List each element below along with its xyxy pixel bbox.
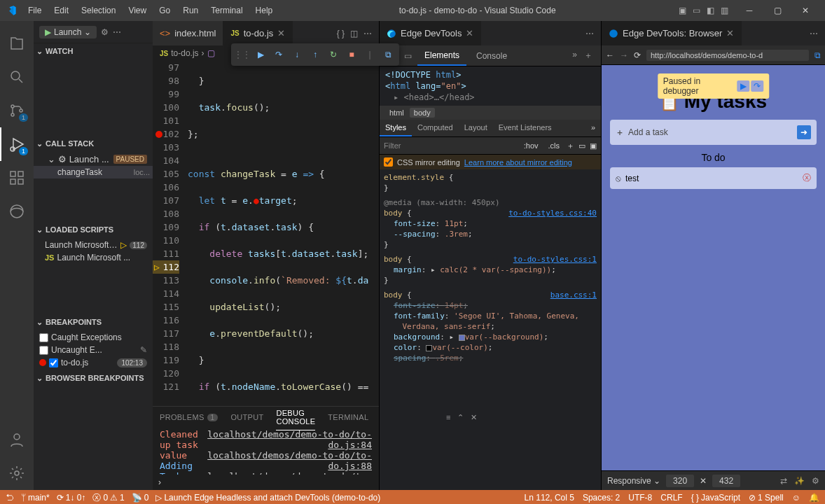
- terminal-tab[interactable]: TERMINAL: [328, 409, 368, 426]
- emulate-icon[interactable]: ✨: [794, 476, 805, 486]
- close-tab-icon[interactable]: ✕: [277, 28, 285, 38]
- bp-caught-exceptions[interactable]: Caught Exceptions: [34, 331, 153, 344]
- step-out-button[interactable]: ↑: [307, 46, 324, 63]
- bp-uncaught-exceptions[interactable]: Uncaught E...✎: [34, 344, 153, 356]
- source-link[interactable]: localhost/demos/demo-to-do/to-do.js:84: [198, 429, 372, 450]
- add-tab-icon[interactable]: ＋: [584, 50, 592, 62]
- script-row[interactable]: Launch Microsoft Edg... ▷ 112: [34, 239, 153, 251]
- toggle-render-icon[interactable]: ▣: [590, 141, 597, 150]
- reload-button[interactable]: ⟳: [634, 50, 641, 60]
- language-mode[interactable]: { } JavaScript: [691, 493, 740, 503]
- braces-icon[interactable]: { }: [337, 29, 345, 38]
- search-icon[interactable]: [0, 60, 34, 94]
- toggle-primary-sidebar-icon[interactable]: ▣: [677, 5, 688, 16]
- forward-button[interactable]: →: [620, 50, 628, 60]
- debug-console-tab[interactable]: DEBUG CONSOLE: [276, 405, 315, 430]
- menu-run[interactable]: Run: [177, 3, 204, 18]
- menu-go[interactable]: Go: [153, 3, 176, 18]
- rotate-icon[interactable]: ⇄: [780, 476, 787, 486]
- source-control-icon[interactable]: 1: [0, 94, 34, 127]
- run-debug-icon[interactable]: 1: [0, 127, 34, 161]
- menu-selection[interactable]: Selection: [76, 3, 121, 18]
- styles-tab[interactable]: Styles: [380, 120, 412, 136]
- dom-breadcrumbs[interactable]: html body: [380, 106, 601, 120]
- collapse-panel-icon[interactable]: ⌃: [457, 413, 464, 422]
- checkbox[interactable]: [39, 346, 48, 355]
- script-row[interactable]: JS Launch Microsoft ...: [34, 251, 153, 264]
- height-input[interactable]: 432: [712, 475, 740, 487]
- close-tab-icon[interactable]: ✕: [726, 28, 734, 38]
- accounts-icon[interactable]: [0, 423, 34, 456]
- maximize-button[interactable]: ▢: [763, 0, 791, 21]
- callstack-section[interactable]: ⌄CALL STACK: [34, 136, 153, 151]
- problems-indicator[interactable]: ⓧ 0 ⚠ 1: [92, 492, 124, 504]
- code-content[interactable]: } task.focus(); }; const changeTask = e …: [188, 61, 379, 406]
- menu-file[interactable]: File: [22, 3, 47, 18]
- tab-to-do-js[interactable]: JSto-do.js✕: [223, 21, 293, 46]
- close-button[interactable]: ✕: [791, 0, 819, 21]
- loaded-scripts-section[interactable]: ⌄LOADED SCRIPTS: [34, 222, 153, 237]
- indent[interactable]: Spaces: 2: [583, 493, 620, 503]
- more-icon[interactable]: ⋯: [585, 29, 594, 38]
- more-tabs-icon[interactable]: »: [572, 50, 577, 62]
- device-toggle-icon[interactable]: ▭: [401, 49, 415, 63]
- feedback-icon[interactable]: ☺: [792, 493, 800, 503]
- edit-icon[interactable]: ✎: [140, 345, 147, 355]
- settings-icon[interactable]: [0, 456, 34, 490]
- resume-icon[interactable]: ▶: [737, 80, 749, 92]
- hov-toggle[interactable]: :hov: [521, 140, 541, 151]
- mirror-learn-more-link[interactable]: Learn more about mirror editing: [464, 158, 572, 167]
- customize-layout-icon[interactable]: ▥: [719, 5, 730, 16]
- tab-edge-devtools[interactable]: Edge DevTools✕: [380, 21, 481, 46]
- restart-button[interactable]: ↻: [325, 46, 342, 63]
- computed-tab[interactable]: Computed: [412, 120, 459, 136]
- more-icon[interactable]: ⋯: [810, 29, 818, 38]
- notifications-icon[interactable]: 🔔: [809, 493, 819, 503]
- ports-indicator[interactable]: 📡 0: [132, 493, 149, 503]
- width-input[interactable]: 320: [666, 475, 694, 487]
- mirror-checkbox[interactable]: [384, 158, 393, 167]
- step-into-button[interactable]: ↓: [289, 46, 305, 63]
- styles-filter-input[interactable]: Filter: [384, 141, 517, 150]
- git-branch[interactable]: ᛘ main*: [21, 493, 50, 503]
- callstack-frame[interactable]: changeTask loc...: [34, 166, 153, 178]
- device-icon[interactable]: ⧉: [814, 50, 821, 60]
- spell-check[interactable]: ⊘ 1 Spell: [749, 493, 784, 503]
- git-sync[interactable]: ⟳ 1↓ 0↑: [57, 493, 86, 503]
- launch-config-selector[interactable]: ▶ Launch ⌄: [39, 26, 97, 38]
- toggle-panel-icon[interactable]: ▭: [691, 5, 702, 16]
- checkbox[interactable]: [39, 333, 48, 342]
- css-source-link[interactable]: to-do-styles.css:1: [513, 254, 597, 265]
- menu-terminal[interactable]: Terminal: [205, 3, 248, 18]
- inspect-button[interactable]: ⧉: [380, 46, 396, 63]
- debug-console-output[interactable]: Cleaned up task value Adding Task: test …: [153, 428, 379, 475]
- gear-icon[interactable]: ⚙: [101, 27, 109, 37]
- task-status-icon[interactable]: ⦸: [616, 174, 621, 183]
- layout-tab[interactable]: Layout: [459, 120, 493, 136]
- styles-pane[interactable]: element.style {} @media (max-width: 450p…: [380, 169, 601, 490]
- code-editor[interactable]: 9798991001011021031041051061071081091101…: [153, 61, 379, 406]
- watch-section[interactable]: ⌄WATCH: [34, 43, 153, 59]
- debug-console-input[interactable]: ›: [153, 475, 379, 490]
- console-tab[interactable]: Console: [469, 47, 514, 65]
- task-item[interactable]: ⦸ test ⓧ: [610, 167, 817, 189]
- delete-task-icon[interactable]: ⓧ: [803, 172, 811, 184]
- new-style-icon[interactable]: ＋: [567, 141, 574, 151]
- continue-button[interactable]: ▶: [252, 46, 269, 63]
- menu-view[interactable]: View: [123, 3, 152, 18]
- browser-breakpoints-section[interactable]: ⌄BROWSER BREAKPOINTS: [34, 370, 153, 386]
- close-panel-icon[interactable]: ✕: [471, 413, 477, 422]
- remote-indicator[interactable]: ⮌: [6, 493, 14, 503]
- step-icon[interactable]: ↷: [751, 80, 763, 92]
- responsive-selector[interactable]: Responsive ⌄: [607, 476, 660, 486]
- step-over-button[interactable]: ↷: [270, 46, 287, 63]
- callstack-thread[interactable]: ⌄ ⚙Launch ... PAUSED: [34, 153, 153, 166]
- elements-tab[interactable]: Elements: [417, 46, 466, 66]
- problems-tab[interactable]: PROBLEMS1: [160, 409, 218, 426]
- edge-tools-icon[interactable]: [0, 195, 34, 228]
- split-editor-icon[interactable]: ◫: [350, 29, 358, 38]
- source-link[interactable]: localhost/demos/demo-to-do/to-do.js:88: [198, 450, 372, 471]
- toggle-secondary-sidebar-icon[interactable]: ◧: [705, 5, 716, 16]
- eol[interactable]: CRLF: [660, 493, 682, 503]
- explorer-icon[interactable]: [0, 27, 34, 60]
